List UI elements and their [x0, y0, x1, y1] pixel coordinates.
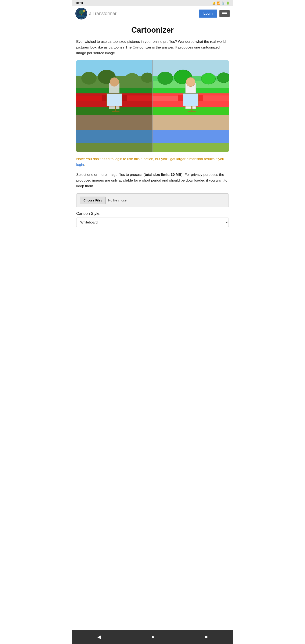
cartoon-style-label: Cartoon Style:	[76, 212, 229, 216]
wifi-icon: 📡	[222, 2, 225, 5]
svg-point-29	[158, 72, 173, 84]
nav-buttons: Login	[199, 10, 230, 18]
select-files-text: Select one or more image files to proces…	[76, 172, 229, 189]
svg-point-3	[77, 15, 86, 17]
svg-point-9	[125, 73, 139, 84]
svg-point-31	[201, 73, 216, 84]
demo-image-container	[76, 60, 229, 152]
svg-rect-44	[183, 94, 198, 106]
notification-icon: 🔔	[212, 2, 216, 5]
description-text: Ever wished to use cartoonized pictures …	[76, 39, 229, 56]
svg-rect-25	[76, 143, 152, 152]
bottom-spacer	[76, 227, 229, 242]
svg-rect-46	[152, 130, 229, 143]
navbar: aiTransformer Login	[72, 6, 233, 22]
logo-text: aiTransformer	[89, 11, 116, 16]
svg-point-32	[217, 72, 229, 82]
battery-icon: 🔋	[226, 2, 230, 5]
svg-point-18	[110, 77, 119, 86]
svg-point-7	[81, 72, 96, 84]
svg-rect-35	[152, 96, 178, 101]
svg-rect-15	[127, 95, 152, 101]
status-time: 10:50	[76, 1, 83, 5]
note-text: Note: You don't need to login to use thi…	[76, 156, 229, 168]
svg-rect-37	[203, 95, 229, 101]
cartoon-style-section: Cartoon Style: Whiteboard Classic Cartoo…	[76, 212, 229, 227]
signal-icon: 📶	[217, 2, 220, 5]
svg-rect-22	[107, 94, 122, 106]
svg-rect-23	[76, 115, 152, 130]
svg-point-40	[186, 77, 195, 86]
main-content: Cartoonizer Ever wished to use cartooniz…	[72, 22, 233, 246]
choose-files-button[interactable]: Choose Files	[80, 196, 106, 204]
demo-image	[76, 60, 229, 152]
svg-point-10	[141, 72, 154, 82]
cartoon-style-dropdown[interactable]: Whiteboard Classic Cartoon Pencil Sketch…	[76, 218, 229, 227]
login-button[interactable]: Login	[199, 10, 217, 18]
svg-rect-47	[152, 143, 229, 152]
svg-point-4	[83, 10, 85, 12]
svg-rect-24	[76, 130, 152, 143]
menu-button[interactable]	[220, 10, 230, 17]
logo-area: aiTransformer	[76, 8, 116, 20]
svg-rect-45	[152, 115, 229, 130]
svg-rect-13	[76, 96, 102, 101]
status-bar: 10:50 🔔 📶 📡 🔋	[72, 0, 233, 6]
file-input-container: Choose Files No file chosen	[76, 194, 229, 207]
login-link[interactable]: login	[76, 163, 84, 167]
page-title: Cartoonizer	[76, 26, 229, 34]
status-icons: 🔔 📶 📡 🔋	[212, 2, 230, 5]
logo-icon	[76, 8, 87, 20]
no-file-label: No file chosen	[108, 198, 128, 202]
